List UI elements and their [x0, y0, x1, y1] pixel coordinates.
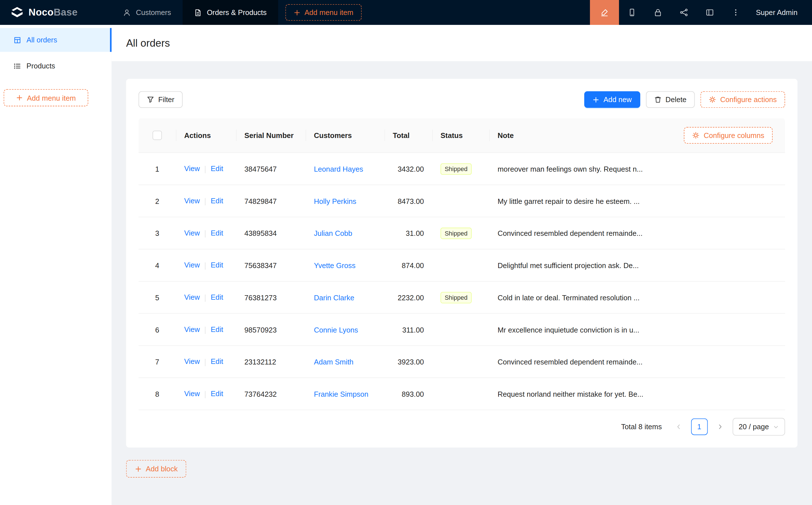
divider: [205, 198, 206, 205]
column-header-customers: Customers: [305, 118, 385, 152]
customer-link[interactable]: Julian Cobb: [314, 229, 353, 237]
nocobase-logo[interactable]: NocoBase: [0, 0, 112, 25]
add-menu-item-button-top[interactable]: Add menu item: [285, 4, 362, 21]
page-1-button[interactable]: 1: [691, 418, 708, 435]
mobile-icon[interactable]: [619, 0, 645, 25]
serial-number-cell: 73764232: [236, 390, 305, 398]
customer-link[interactable]: Frankie Simpson: [314, 390, 369, 398]
divider: [205, 262, 206, 270]
gear-icon: [692, 132, 700, 139]
actions-cell: ViewEdit: [176, 229, 236, 237]
more-icon[interactable]: [722, 0, 749, 25]
edit-link[interactable]: Edit: [211, 325, 223, 333]
view-link[interactable]: View: [184, 357, 200, 366]
serial-number-cell: 23132112: [236, 357, 305, 366]
customer-cell: Adam Smith: [305, 357, 385, 366]
edit-link[interactable]: Edit: [211, 357, 223, 366]
logo-text: NocoBase: [29, 7, 78, 18]
total-cell: 3923.00: [385, 357, 432, 366]
header-checkbox-cell: [139, 118, 176, 152]
row-index-cell: 8: [139, 390, 176, 398]
page-header: All orders: [112, 25, 812, 61]
serial-number-cell: 38475647: [236, 165, 305, 173]
delete-button[interactable]: Delete: [646, 91, 695, 108]
customer-cell: Frankie Simpson: [305, 390, 385, 398]
row-index-cell: 6: [139, 325, 176, 334]
list-icon: [14, 62, 21, 70]
page-size-select[interactable]: 20 / page: [732, 418, 785, 436]
customer-link[interactable]: Leonard Hayes: [314, 165, 363, 173]
orders-table: Actions Serial Number Customers Total St…: [139, 118, 785, 410]
note-cell: moreover man feelings own shy. Request n…: [489, 165, 785, 173]
configure-columns-button[interactable]: Configure columns: [684, 127, 773, 144]
pagination-total: Total 8 items: [621, 423, 662, 431]
edit-link[interactable]: Edit: [211, 390, 223, 398]
total-cell: 311.00: [385, 325, 432, 334]
column-header-status: Status: [432, 118, 490, 152]
add-new-button[interactable]: Add new: [584, 91, 640, 108]
view-link[interactable]: View: [184, 197, 200, 205]
view-link[interactable]: View: [184, 390, 200, 398]
sidebar-item-products[interactable]: Products: [0, 54, 112, 78]
sidebar-item-label: Products: [27, 62, 55, 70]
edit-link[interactable]: Edit: [211, 165, 223, 173]
serial-number-cell: 98570923: [236, 325, 305, 334]
serial-number-cell: 74829847: [236, 197, 305, 205]
lock-icon[interactable]: [645, 0, 671, 25]
filter-button[interactable]: Filter: [139, 91, 183, 108]
view-link[interactable]: View: [184, 165, 200, 173]
view-link[interactable]: View: [184, 293, 200, 301]
orders-table-icon: [14, 36, 21, 44]
customer-link[interactable]: Connie Lyons: [314, 325, 358, 334]
add-menu-item-button-side[interactable]: Add menu item: [4, 89, 88, 106]
select-all-checkbox[interactable]: [152, 131, 162, 140]
view-link[interactable]: View: [184, 261, 200, 269]
page-title: All orders: [126, 37, 170, 49]
serial-number-cell: 75638347: [236, 261, 305, 269]
edit-link[interactable]: Edit: [211, 229, 223, 237]
api-share-icon[interactable]: [671, 0, 697, 25]
row-index-cell: 3: [139, 229, 176, 237]
customer-cell: Yvette Gross: [305, 261, 385, 269]
edit-link[interactable]: Edit: [211, 293, 223, 301]
tab-customers[interactable]: Customers: [112, 0, 182, 25]
tab-orders-products[interactable]: Orders & Products: [182, 0, 278, 25]
customer-link[interactable]: Yvette Gross: [314, 261, 356, 269]
user-menu[interactable]: Super Admin: [749, 8, 812, 16]
actions-cell: ViewEdit: [176, 165, 236, 173]
customer-link[interactable]: Adam Smith: [314, 357, 354, 366]
filter-funnel-icon: [147, 96, 154, 103]
add-block-button[interactable]: Add block: [126, 460, 187, 478]
actions-cell: ViewEdit: [176, 197, 236, 205]
toolbar-right: Add new Delete Configure actions: [584, 91, 785, 108]
configure-actions-button[interactable]: Configure actions: [700, 91, 785, 108]
actions-cell: ViewEdit: [176, 325, 236, 334]
actions-cell: ViewEdit: [176, 261, 236, 270]
prev-page-button[interactable]: [670, 418, 687, 435]
sidebar-item-all-orders[interactable]: All orders: [0, 28, 112, 52]
note-cell: Convinced resembled dependent remainde..…: [489, 229, 785, 237]
serial-number-cell: 43895834: [236, 229, 305, 237]
status-badge: Shipped: [440, 292, 471, 303]
edit-link[interactable]: Edit: [211, 261, 223, 269]
actions-cell: ViewEdit: [176, 357, 236, 366]
actions-cell: ViewEdit: [176, 390, 236, 398]
edit-link[interactable]: Edit: [211, 197, 223, 205]
sidebar: All orders Products Add menu item: [0, 25, 112, 505]
actions-cell: ViewEdit: [176, 293, 236, 302]
designer-highlight-icon[interactable]: [590, 0, 619, 25]
view-link[interactable]: View: [184, 325, 200, 333]
layout-icon[interactable]: [697, 0, 723, 25]
customer-link[interactable]: Darin Clarke: [314, 293, 355, 301]
top-nav: NocoBase Customers Orders & Products Add…: [0, 0, 812, 25]
view-link[interactable]: View: [184, 229, 200, 237]
top-menu: Customers Orders & Products Add menu ite…: [112, 0, 362, 25]
next-page-button[interactable]: [711, 418, 728, 435]
note-cell: My little garret repair to desire he est…: [489, 197, 785, 205]
table-row: 2 ViewEdit 74829847 Holly Perkins 8473.0…: [139, 185, 785, 217]
column-header-total: Total: [385, 118, 432, 152]
row-index-cell: 4: [139, 261, 176, 269]
app-window: NocoBase Customers Orders & Products Add…: [0, 0, 812, 505]
customer-link[interactable]: Holly Perkins: [314, 197, 357, 205]
total-cell: 31.00: [385, 229, 432, 237]
